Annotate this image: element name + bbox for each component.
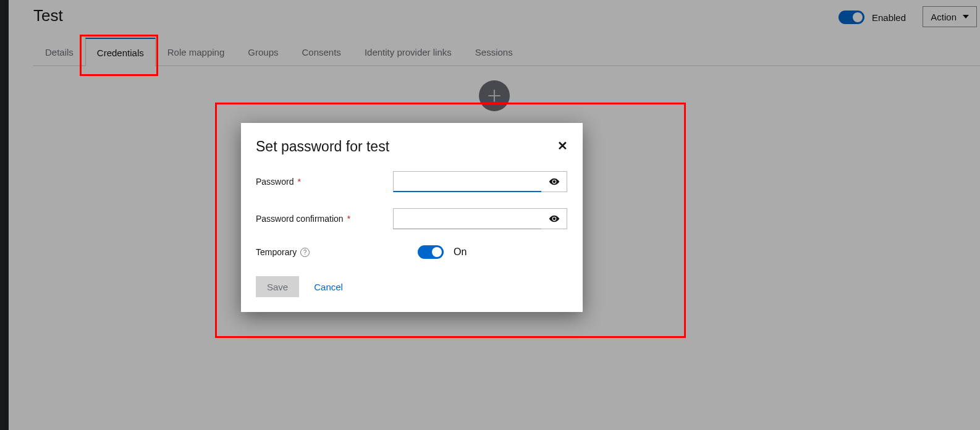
close-icon[interactable]: ✕ xyxy=(557,138,568,152)
modal-title: Set password for test xyxy=(256,138,389,155)
set-password-modal: Set password for test ✕ Password * Passw… xyxy=(241,123,583,312)
save-button[interactable]: Save xyxy=(256,276,299,297)
password-confirm-label: Password confirmation xyxy=(256,214,344,224)
required-indicator: * xyxy=(297,177,300,187)
cancel-button[interactable]: Cancel xyxy=(314,282,343,292)
eye-icon xyxy=(549,213,560,224)
show-password-button[interactable] xyxy=(541,171,567,192)
password-label: Password xyxy=(256,177,294,187)
temporary-state-label: On xyxy=(454,247,467,258)
help-icon[interactable]: ? xyxy=(300,248,310,257)
required-indicator: * xyxy=(347,214,350,224)
temporary-toggle[interactable] xyxy=(418,245,444,259)
eye-icon xyxy=(549,176,560,187)
temporary-label: Temporary xyxy=(256,247,297,257)
show-confirm-password-button[interactable] xyxy=(541,208,567,229)
